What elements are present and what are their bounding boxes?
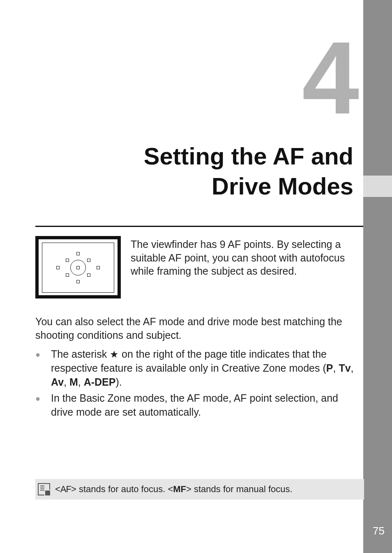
af-point-icon: [97, 266, 100, 269]
note-text: <AF> stands for auto focus. <MF> stands …: [55, 484, 293, 495]
af-point-icon: [66, 259, 69, 262]
text-run: <: [55, 484, 60, 494]
bullet-text: In the Basic Zone modes, the AF mode, AF…: [51, 391, 355, 419]
af-symbol: AF: [60, 484, 71, 494]
note-box: <AF> stands for auto focus. <MF> stands …: [35, 479, 364, 500]
page-number: 75: [373, 525, 385, 537]
intro-paragraph: The viewfinder has 9 AF points. By selec…: [131, 238, 357, 278]
body-paragraph: You can also select the AF mode and driv…: [35, 315, 357, 342]
mode-symbol-m: M: [69, 376, 78, 388]
af-point-icon: [66, 273, 69, 277]
mode-symbol-p: P: [326, 362, 333, 374]
af-point-icon: [76, 266, 80, 269]
chapter-title-line: Setting the AF and: [35, 141, 353, 171]
text-run: > stands for auto focus. <: [71, 484, 173, 494]
bullet-dot-icon: ●: [35, 391, 51, 419]
bullet-text: The asterisk ★ on the right of the page …: [51, 347, 355, 389]
list-item: ● The asterisk ★ on the right of the pag…: [35, 347, 355, 389]
chapter-number: 4: [302, 27, 357, 130]
mode-symbol-adep: A-DEP: [84, 376, 116, 388]
text-run: ).: [115, 376, 122, 388]
af-point-icon: [76, 252, 80, 255]
af-point-icon: [87, 259, 90, 262]
side-tab-current-chapter-marker: [363, 176, 392, 197]
list-item: ● In the Basic Zone modes, the AF mode, …: [35, 391, 355, 419]
viewfinder-diagram: [35, 236, 121, 298]
content-area: 4 Setting the AF and Drive Modes The vie…: [35, 0, 357, 553]
chapter-title-line: Drive Modes: [35, 171, 353, 201]
chapter-side-tab: [363, 0, 392, 553]
bullet-list: ● The asterisk ★ on the right of the pag…: [35, 347, 355, 422]
af-point-icon: [87, 273, 90, 277]
side-tab-segment: [363, 0, 392, 176]
text-run: The asterisk: [51, 348, 110, 360]
mode-symbol-av: Av: [51, 376, 64, 388]
star-icon: ★: [110, 349, 119, 360]
text-run: > stands for manual focus.: [186, 484, 293, 494]
section-divider: [35, 226, 363, 227]
bullet-dot-icon: ●: [35, 347, 51, 389]
af-point-icon: [76, 280, 80, 283]
mf-symbol: MF: [173, 484, 186, 494]
manual-page: 4 Setting the AF and Drive Modes The vie…: [0, 0, 392, 553]
side-tab-segment: [363, 197, 392, 553]
viewfinder-frame: [42, 243, 114, 293]
chapter-title: Setting the AF and Drive Modes: [35, 141, 357, 201]
note-page-icon: [38, 483, 50, 495]
mode-symbol-tv: Tv: [339, 362, 350, 374]
af-point-icon: [56, 266, 60, 269]
